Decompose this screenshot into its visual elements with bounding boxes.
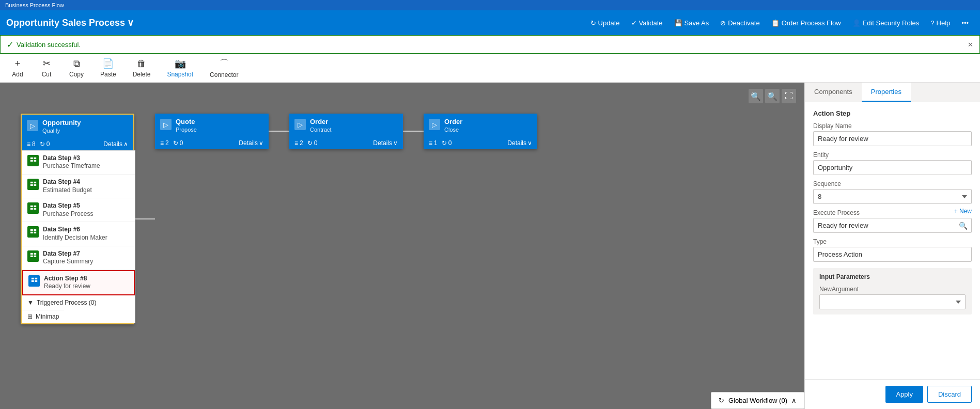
global-workflow-chevron: ∧: [791, 397, 797, 404]
copy-icon: ⧉: [73, 58, 80, 69]
validation-bar: ✓ Validation successful. ✕: [0, 35, 980, 54]
cut-button[interactable]: ✂ Cut: [33, 55, 60, 81]
flow-canvas[interactable]: 🔍 🔍 ⛶ ▷ Opportunity Qualify: [0, 83, 804, 409]
step-item-6[interactable]: Data Step #6 Identify Decision Maker: [22, 222, 135, 246]
header-actions: ↻ Update ✓ Validate 💾 Save As ⊘ Deactiva…: [585, 16, 974, 30]
svg-rect-13: [30, 232, 33, 233]
entity-input[interactable]: [813, 160, 972, 175]
execute-process-label: Execute Process: [813, 209, 860, 216]
order-process-flow-button[interactable]: 📋 Order Process Flow: [766, 16, 846, 30]
chevron-down-icon[interactable]: ∨: [127, 17, 134, 28]
global-workflow-icon: ↻: [719, 397, 724, 404]
type-input[interactable]: [813, 247, 972, 262]
tab-properties[interactable]: Properties: [862, 83, 911, 102]
details-button-4[interactable]: Details ∨: [507, 139, 532, 147]
stage-conditions-1: ↻ 0: [40, 140, 50, 148]
step-label-5: Data Step #5: [43, 202, 93, 210]
stage-footer-3: ≡ 2 ↻ 0 Details ∨: [289, 137, 403, 149]
discard-button[interactable]: Discard: [927, 386, 972, 403]
connector-icon: ⌒: [220, 57, 229, 70]
paste-button[interactable]: 📄 Paste: [93, 55, 123, 81]
svg-rect-6: [34, 181, 36, 183]
sequence-select[interactable]: 8: [813, 189, 972, 204]
step-item-7[interactable]: Data Step #7 Capture Summary: [22, 246, 135, 270]
snapshot-icon: 📷: [175, 58, 186, 69]
stage-wrapper-3: ▷ Order Contract ≡ 2 ↻ 0: [289, 114, 424, 149]
details-button-1[interactable]: Details ∧: [103, 140, 128, 148]
stage-order-contract[interactable]: ▷ Order Contract ≡ 2 ↻ 0: [289, 114, 403, 149]
svg-rect-22: [35, 278, 37, 279]
validation-close-button[interactable]: ✕: [968, 41, 973, 49]
data-step-icon-5: [27, 202, 39, 214]
copy-button[interactable]: ⧉ Copy: [62, 55, 91, 81]
stage-title-2: Quote: [176, 118, 197, 127]
stage-conditions-4: ↻ 0: [442, 139, 452, 147]
stage-count-3: ≡ 2: [294, 139, 303, 147]
action-step-icon-8: [28, 275, 40, 287]
stage-header-1: ▷ Opportunity Qualify: [22, 115, 133, 138]
details-button-2[interactable]: Details ∨: [239, 139, 263, 147]
svg-rect-21: [31, 280, 34, 282]
panel-tabs: Components Properties: [805, 83, 980, 102]
tab-components[interactable]: Components: [805, 83, 862, 102]
steps-icon-3: ≡: [294, 139, 298, 147]
type-label: Type: [813, 238, 972, 245]
steps-icon-2: ≡: [160, 139, 164, 147]
deactivate-button[interactable]: ⊘ Deactivate: [715, 16, 765, 30]
svg-rect-23: [35, 280, 37, 282]
stage-quote-propose[interactable]: ▷ Quote Propose ≡ 2 ↻ 0: [155, 114, 269, 149]
stage-opportunity-qualify[interactable]: ▷ Opportunity Qualify ≡ 8 ↻ 0: [21, 114, 134, 324]
stage-title-3: Order: [310, 118, 332, 127]
connector-button[interactable]: ⌒ Connector: [203, 54, 245, 82]
save-as-button[interactable]: 💾 Save As: [669, 16, 714, 30]
stage-order-close[interactable]: ▷ Order Close ≡ 1 ↻ 0: [424, 114, 537, 149]
minimap-button[interactable]: ⊞ Minimap: [22, 310, 64, 323]
header: Opportunity Sales Process ∨ ↻ Update ✓ V…: [0, 10, 980, 35]
help-button[interactable]: ? Help: [925, 16, 955, 30]
help-icon: ?: [930, 19, 934, 27]
edit-security-roles-icon: 👤: [852, 19, 861, 27]
display-name-input[interactable]: [813, 131, 972, 146]
svg-rect-1: [30, 160, 33, 162]
step-item-4[interactable]: Data Step #4 Estimated Budget: [22, 175, 135, 198]
stage-subtitle-3: Contract: [310, 127, 332, 133]
header-title-group: Opportunity Sales Process ∨: [6, 17, 134, 28]
stage-footer-1: ≡ 8 ↻ 0 Details ∧: [22, 138, 133, 150]
execute-process-input[interactable]: [813, 218, 972, 233]
triggered-process-icon: ▼: [27, 299, 34, 306]
conditions-icon-3: ↻: [307, 139, 313, 147]
svg-rect-14: [34, 229, 36, 231]
edit-security-roles-button[interactable]: 👤 Edit Security Roles: [847, 16, 925, 30]
details-button-3[interactable]: Details ∨: [373, 139, 398, 147]
more-button[interactable]: •••: [956, 16, 974, 30]
new-link[interactable]: + New: [954, 208, 972, 215]
validate-button[interactable]: ✓ Validate: [626, 16, 668, 30]
step-item-8[interactable]: Action Step #8 Ready for review: [22, 270, 135, 295]
step-label-8: Action Step #8: [44, 275, 90, 283]
delete-button[interactable]: 🗑 Delete: [126, 55, 158, 81]
new-argument-select[interactable]: [819, 294, 966, 309]
search-icon[interactable]: 🔍: [959, 222, 968, 230]
triggered-process-label: Triggered Process (0): [37, 299, 97, 306]
svg-rect-0: [30, 158, 33, 159]
execute-process-row: Execute Process + New: [813, 204, 972, 218]
details-chevron-3: ∨: [393, 139, 398, 147]
stage-count-4: ≡ 1: [429, 139, 438, 147]
svg-rect-8: [30, 206, 33, 207]
svg-rect-5: [30, 184, 33, 185]
step-name-4: Estimated Budget: [43, 186, 92, 195]
step-name-8: Ready for review: [44, 282, 90, 291]
apply-button[interactable]: Apply: [885, 386, 923, 403]
update-button[interactable]: ↻ Update: [585, 16, 625, 30]
step-item-5[interactable]: Data Step #5 Purchase Process: [22, 198, 135, 222]
snapshot-button[interactable]: 📷 Snapshot: [160, 55, 200, 81]
canvas-area: 🔍 🔍 ⛶ ▷ Opportunity Qualify: [0, 83, 980, 409]
add-button[interactable]: + Add: [4, 55, 31, 81]
step-label-6: Data Step #6: [43, 226, 107, 234]
panel-section-title: Action Step: [813, 109, 972, 117]
global-workflow[interactable]: ↻ Global Workflow (0) ∧: [711, 392, 804, 409]
details-chevron-2: ∨: [259, 139, 263, 147]
details-chevron-1: ∧: [123, 140, 128, 148]
step-item-3[interactable]: Data Step #3 Purchase Timeframe: [22, 151, 135, 175]
update-icon: ↻: [590, 19, 596, 27]
